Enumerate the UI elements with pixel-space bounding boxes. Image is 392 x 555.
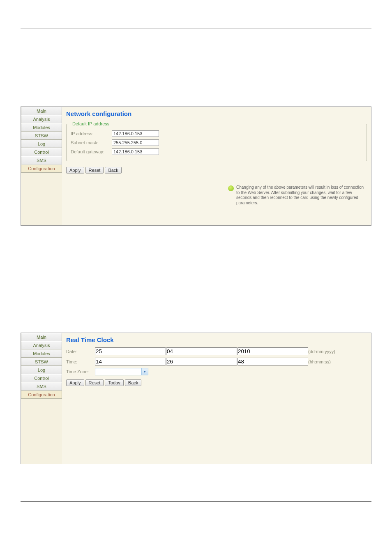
tz-select-value bbox=[95, 368, 141, 375]
sidebar-item-stsw[interactable]: STSW bbox=[21, 132, 62, 140]
info-text: Changing any of the above parameters wil… bbox=[236, 185, 367, 206]
rtc-panel: Main Analysis Modules STSW Log Control S… bbox=[21, 333, 371, 464]
time-hint: (hh:mm:ss) bbox=[308, 359, 331, 364]
rtc-content: Real Time Clock Date: (dd:mm:yyyy) Time:… bbox=[62, 333, 371, 464]
reset-button[interactable]: Reset bbox=[85, 379, 104, 386]
time-hour-input[interactable] bbox=[95, 358, 166, 365]
ip-input[interactable] bbox=[112, 130, 159, 137]
sidebar-item-modules[interactable]: Modules bbox=[21, 349, 62, 358]
date-hint: (dd:mm:yyyy) bbox=[308, 349, 335, 354]
button-row: Apply Reset Today Back bbox=[66, 379, 367, 386]
sidebar-item-control[interactable]: Control bbox=[21, 148, 62, 156]
sidebar-item-analysis[interactable]: Analysis bbox=[21, 341, 62, 349]
network-panel: Main Analysis Modules STSW Log Control S… bbox=[21, 106, 371, 226]
page: Main Analysis Modules STSW Log Control S… bbox=[0, 28, 392, 502]
apply-button[interactable]: Apply bbox=[66, 167, 84, 173]
gateway-input[interactable] bbox=[112, 148, 159, 155]
time-minute-input[interactable] bbox=[166, 358, 237, 365]
time-label: Time: bbox=[66, 359, 95, 364]
sidebar-item-sms[interactable]: SMS bbox=[21, 382, 62, 391]
subnet-row: Subnet mask: bbox=[71, 139, 362, 146]
network-content: Network configuration Default IP address… bbox=[62, 107, 371, 225]
info-box: Changing any of the above parameters wil… bbox=[228, 185, 367, 206]
page-title: Network configuration bbox=[66, 110, 367, 117]
chevron-down-icon: ▾ bbox=[141, 368, 148, 375]
date-month-input[interactable] bbox=[166, 347, 237, 355]
date-row: Date: (dd:mm:yyyy) bbox=[66, 347, 367, 355]
group-legend: Default IP address bbox=[71, 121, 111, 126]
time-row: Time: (hh:mm:ss) bbox=[66, 358, 367, 365]
sidebar-item-sms[interactable]: SMS bbox=[21, 156, 62, 164]
sidebar-item-configuration[interactable]: Configuration bbox=[21, 391, 62, 399]
sidebar-item-analysis[interactable]: Analysis bbox=[21, 115, 62, 123]
bottom-rule bbox=[21, 501, 371, 502]
sidebar-item-modules[interactable]: Modules bbox=[21, 123, 62, 132]
sidebar: Main Analysis Modules STSW Log Control S… bbox=[21, 107, 62, 225]
button-row: Apply Reset Back bbox=[66, 167, 367, 173]
tz-row: Time Zone: ▾ bbox=[66, 368, 367, 375]
back-button[interactable]: Back bbox=[105, 167, 121, 173]
tz-select[interactable]: ▾ bbox=[95, 368, 148, 375]
sidebar-item-log[interactable]: Log bbox=[21, 366, 62, 374]
sidebar: Main Analysis Modules STSW Log Control S… bbox=[21, 333, 62, 464]
apply-button[interactable]: Apply bbox=[66, 379, 84, 386]
sidebar-item-log[interactable]: Log bbox=[21, 140, 62, 148]
sidebar-item-configuration[interactable]: Configuration bbox=[21, 164, 62, 173]
gateway-label: Default gateway: bbox=[71, 149, 112, 154]
default-ip-group: Default IP address IP address: Subnet ma… bbox=[66, 121, 367, 161]
ip-label: IP address: bbox=[71, 131, 112, 136]
reset-button[interactable]: Reset bbox=[85, 167, 104, 173]
tz-label: Time Zone: bbox=[66, 369, 95, 374]
info-icon bbox=[228, 185, 234, 191]
sidebar-item-control[interactable]: Control bbox=[21, 374, 62, 382]
subnet-label: Subnet mask: bbox=[71, 140, 112, 145]
today-button[interactable]: Today bbox=[105, 379, 123, 386]
time-second-input[interactable] bbox=[237, 358, 308, 365]
sidebar-item-main[interactable]: Main bbox=[21, 333, 62, 341]
page-title: Real Time Clock bbox=[66, 336, 367, 343]
date-day-input[interactable] bbox=[95, 347, 166, 355]
sidebar-item-stsw[interactable]: STSW bbox=[21, 358, 62, 366]
subnet-input[interactable] bbox=[112, 139, 159, 146]
top-rule bbox=[21, 28, 371, 28]
date-year-input[interactable] bbox=[237, 347, 308, 355]
sidebar-item-main[interactable]: Main bbox=[21, 107, 62, 115]
ip-row: IP address: bbox=[71, 130, 362, 137]
back-button[interactable]: Back bbox=[125, 379, 141, 386]
gateway-row: Default gateway: bbox=[71, 148, 362, 155]
date-label: Date: bbox=[66, 349, 95, 354]
